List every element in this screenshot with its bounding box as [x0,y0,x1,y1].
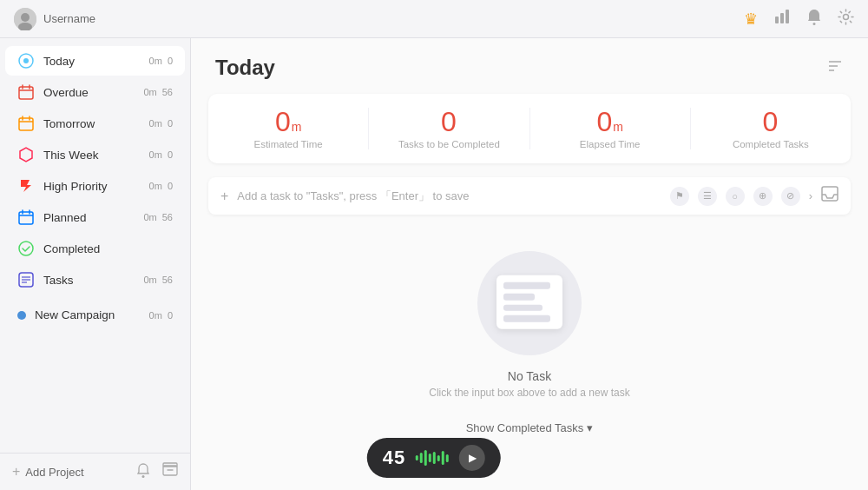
sidebar-footer: + Add Project [0,453,190,490]
highpriority-icon [17,177,35,195]
topbar-left: Username [14,8,95,30]
svg-rect-3 [775,17,779,23]
tasks-icon [17,271,35,288]
chart-icon[interactable] [773,8,791,30]
svg-point-22 [19,242,33,255]
archive-icon[interactable] [162,462,178,481]
chevron-right-icon[interactable]: › [809,189,812,202]
timer-bar: 45 ▶ [367,438,501,478]
sidebar-time-overdue: 0m [143,87,156,97]
sort-icon[interactable] [826,57,844,79]
add-task-bar[interactable]: + Add a task to "Tasks", press 「Enter」 t… [208,177,851,215]
footer-icons [136,462,178,481]
planned-icon [17,209,35,226]
svg-point-6 [813,23,816,25]
sidebar-item-planned[interactable]: Planned 0m 56 [5,202,185,232]
timer-value: 45 [383,447,405,469]
sidebar-label-tomorrow: Tomorrow [43,117,149,130]
svg-rect-4 [780,13,784,23]
sidebar: Today 0m 0 Overdue 0m 56 [0,38,191,490]
svg-rect-5 [786,10,789,23]
svg-rect-10 [19,87,33,99]
thisweek-icon [17,146,35,163]
task-icon-1[interactable]: ⚑ [670,187,689,206]
page-title: Today [215,56,275,80]
svg-point-27 [142,475,145,478]
task-icon-2[interactable]: ☰ [698,187,717,206]
content-header: Today [191,38,868,94]
sidebar-meta-today: 0m 0 [149,56,173,66]
stat-label-estimated: Estimated Time [254,139,323,149]
stat-value-estimated: 0m [275,108,301,136]
task-action-icons: ⚑ ☰ ○ ⊕ ⊘ › [670,186,838,206]
svg-rect-14 [19,118,33,130]
completed-icon [17,240,35,257]
topbar-icons: ♛ [744,8,854,30]
sidebar-item-new-campaign[interactable]: New Campaign 0m 0 [5,302,185,328]
sidebar-label-new-campaign: New Campaign [35,308,149,321]
add-project-button[interactable]: + Add Project [12,464,84,480]
timer-wave [416,450,449,466]
stat-estimated-time: 0m Estimated Time [208,108,369,149]
sidebar-label-highpriority: High Priority [43,180,149,193]
sidebar-item-today[interactable]: Today 0m 0 [5,46,185,76]
add-task-placeholder: Add a task to "Tasks", press 「Enter」 to … [237,189,661,204]
sidebar-time-today: 0m [149,56,162,66]
timer-play-button[interactable]: ▶ [459,445,485,471]
task-icon-5[interactable]: ⊘ [781,187,800,206]
stat-label-elapsed: Elapsed Time [580,139,641,149]
sidebar-item-overdue[interactable]: Overdue 0m 56 [5,77,185,107]
stats-row: 0m Estimated Time 0 Tasks to be Complete… [208,94,851,163]
avatar [14,8,36,30]
stat-value-completed: 0 [762,108,779,136]
add-project-label: Add Project [25,466,83,479]
sidebar-label-thisweek: This Week [43,149,149,162]
empty-subtitle: Click the input box above to add a new t… [429,387,629,399]
overdue-icon [17,83,35,101]
sidebar-item-highpriority[interactable]: High Priority 0m 0 [5,171,185,201]
stat-label-completed: Completed Tasks [733,139,809,149]
stat-elapsed-time: 0m Elapsed Time [530,108,691,149]
svg-rect-18 [19,212,33,224]
tomorrow-icon [17,115,35,132]
project-dot [17,311,26,320]
notification-icon[interactable] [136,462,150,481]
stat-label-tasks: Tasks to be Completed [398,139,500,149]
crown-icon[interactable]: ♛ [744,10,758,29]
bell-icon[interactable] [806,8,822,30]
sidebar-label-tasks: Tasks [43,274,143,287]
stat-completed-tasks: 0 Completed Tasks [691,108,851,149]
main-layout: Today 0m 0 Overdue 0m 56 [0,38,868,490]
content-area: Today 0m Estimated Time 0 [191,38,868,490]
svg-point-9 [23,58,29,63]
svg-rect-29 [163,463,177,467]
sidebar-count-today: 0 [168,56,173,66]
stat-tasks-to-complete: 0 Tasks to be Completed [369,108,529,149]
today-icon [17,52,35,70]
sidebar-item-completed[interactable]: Completed [5,234,185,263]
svg-point-7 [844,14,849,19]
svg-point-1 [21,13,30,22]
add-task-plus-icon: + [220,189,228,204]
sidebar-item-thisweek[interactable]: This Week 0m 0 [5,140,185,169]
sidebar-item-tasks[interactable]: Tasks 0m 56 [5,265,185,295]
show-completed-button[interactable]: Show Completed Tasks ▾ [454,416,606,440]
sidebar-item-tomorrow[interactable]: Tomorrow 0m 0 [5,109,185,138]
sidebar-label-overdue: Overdue [43,86,143,99]
empty-illustration [477,251,582,355]
stat-value-tasks: 0 [441,108,457,136]
username: Username [43,12,95,25]
sidebar-label-planned: Planned [43,211,143,224]
stat-value-elapsed: 0m [596,108,622,136]
add-icon: + [12,464,20,480]
empty-card [496,275,562,329]
empty-state: No Task Click the input box above to add… [191,225,868,457]
task-icon-4[interactable]: ⊕ [753,187,773,206]
inbox-action-icon[interactable] [821,186,838,206]
sidebar-label-completed: Completed [43,242,168,255]
sidebar-count-overdue: 56 [162,87,173,97]
gear-icon[interactable] [838,9,854,30]
topbar: Username ♛ [0,0,868,38]
empty-title: No Task [508,369,551,383]
task-icon-3[interactable]: ○ [726,187,745,206]
